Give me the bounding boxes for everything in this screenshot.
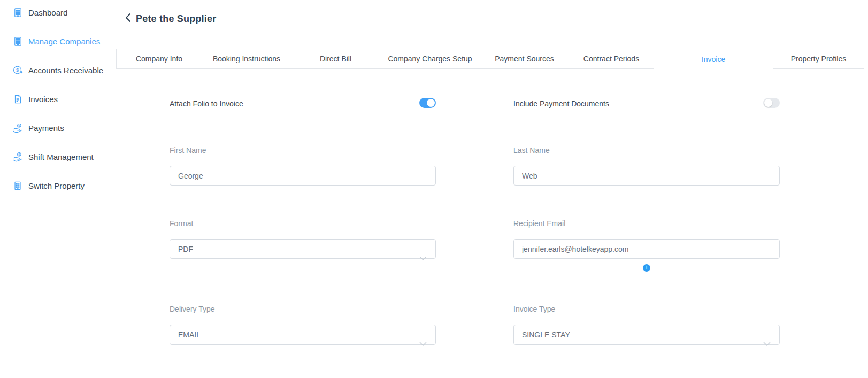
tab-booking-instructions[interactable]: Booking Instructions <box>202 49 291 69</box>
include-payment-documents-toggle[interactable] <box>763 98 780 108</box>
tab-company-charges-setup[interactable]: Company Charges Setup <box>380 49 480 69</box>
chevron-down-icon <box>419 248 427 267</box>
recipient-email-label: Recipient Email <box>513 219 565 228</box>
sidebar-item-label: Payments <box>28 124 64 133</box>
last-name-field[interactable] <box>513 166 780 186</box>
tab-company-info[interactable]: Company Info <box>116 49 202 69</box>
chevron-down-icon <box>763 334 771 353</box>
building-icon <box>12 180 24 191</box>
sidebar-item-payments[interactable]: $ Payments <box>0 120 116 135</box>
sidebar-item-switch-property[interactable]: Switch Property <box>0 178 116 193</box>
toggle-knob <box>764 99 772 107</box>
sidebar-item-label: Switch Property <box>28 181 85 190</box>
first-name-field[interactable] <box>170 166 436 186</box>
app-root: Dashboard Manage Companies $ <box>0 0 868 378</box>
dollar-circle-icon: $ <box>12 65 24 75</box>
page-header: Pete the Supplier <box>125 13 216 25</box>
sidebar-item-manage-companies[interactable]: Manage Companies <box>0 34 116 49</box>
svg-text:$: $ <box>18 124 20 127</box>
delivery-type-label: Delivery Type <box>170 305 215 313</box>
invoice-type-select[interactable]: SINGLE STAY <box>513 325 780 345</box>
tab-invoice[interactable]: Invoice <box>654 49 773 73</box>
recipient-email-field[interactable] <box>513 239 780 259</box>
last-name-label: Last Name <box>513 146 550 155</box>
format-select-value: PDF <box>178 245 193 253</box>
tab-payment-sources[interactable]: Payment Sources <box>480 49 569 69</box>
sidebar-item-label: Manage Companies <box>28 37 100 46</box>
delivery-type-select-value: EMAIL <box>178 330 201 339</box>
attach-folio-toggle[interactable] <box>419 98 436 108</box>
hand-coin-icon: $ <box>12 122 24 133</box>
delivery-type-select[interactable]: EMAIL <box>170 325 436 345</box>
sidebar-item-accounts-receivable[interactable]: $ Accounts Receivable <box>0 63 116 78</box>
chevron-down-icon <box>419 334 427 353</box>
svg-text:$: $ <box>18 152 20 156</box>
header-divider <box>116 38 868 38</box>
building-icon <box>12 7 24 18</box>
sidebar-item-label: Accounts Receivable <box>28 66 103 75</box>
sidebar-item-dashboard[interactable]: Dashboard <box>0 5 116 20</box>
tab-property-profiles[interactable]: Property Profiles <box>773 49 864 69</box>
hand-coin-icon: $ <box>12 151 24 162</box>
format-select[interactable]: PDF <box>170 239 436 259</box>
invoice-icon <box>12 94 24 104</box>
include-payment-documents-label: Include Payment Documents <box>513 99 609 108</box>
add-email-button[interactable]: + <box>643 264 650 272</box>
svg-text:$: $ <box>16 67 19 73</box>
sidebar: Dashboard Manage Companies $ <box>0 0 116 376</box>
tab-direct-bill[interactable]: Direct Bill <box>291 49 380 69</box>
plus-icon: + <box>644 264 648 271</box>
page-title: Pete the Supplier <box>136 13 216 25</box>
sidebar-item-shift-management[interactable]: $ Shift Management <box>0 149 116 164</box>
invoice-type-label: Invoice Type <box>513 305 555 313</box>
back-button[interactable] <box>125 13 131 25</box>
first-name-label: First Name <box>170 146 206 155</box>
format-label: Format <box>170 219 193 228</box>
sidebar-item-invoices[interactable]: Invoices <box>0 91 116 106</box>
sidebar-item-label: Dashboard <box>28 8 67 17</box>
chevron-left-icon <box>125 13 131 25</box>
sidebar-item-label: Invoices <box>28 95 58 104</box>
toggle-knob <box>427 99 435 107</box>
attach-folio-label: Attach Folio to Invoice <box>170 99 243 108</box>
invoice-type-select-value: SINGLE STAY <box>522 330 570 339</box>
tab-contract-periods[interactable]: Contract Periods <box>569 49 654 69</box>
building-icon <box>12 36 24 47</box>
sidebar-item-label: Shift Management <box>28 152 94 161</box>
